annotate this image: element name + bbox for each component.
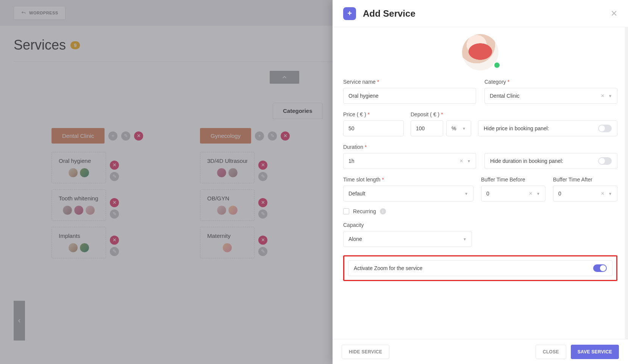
buffer-after-label: Buffer Time After (553, 177, 617, 183)
service-photo[interactable] (343, 34, 617, 70)
scrollbar[interactable] (625, 27, 628, 339)
timeslot-value: Default (348, 191, 365, 197)
zoom-highlight: Activate Zoom for the service (343, 255, 617, 281)
clear-icon[interactable]: ✕ (529, 191, 533, 196)
deposit-field: Deposit ( € ) * %▼ (411, 111, 471, 136)
duration-select[interactable]: 1h ✕▼ (343, 153, 476, 169)
hide-price-toggle[interactable] (598, 125, 612, 132)
zoom-toggle[interactable] (593, 264, 607, 272)
recurring-row: Recurring i (343, 208, 617, 214)
service-name-label: Service name * (343, 79, 476, 85)
capacity-value: Alone (348, 236, 362, 242)
add-service-panel: + Add Service ✕ Service name * Category … (333, 0, 628, 364)
price-field: Price ( € ) * (343, 111, 404, 136)
duration-field: Duration * 1h ✕▼ (343, 144, 476, 169)
buffer-before-select[interactable]: 0 ✕▼ (481, 186, 545, 202)
category-field: Category * Dental Clinic ✕▼ (484, 79, 617, 104)
panel-header: + Add Service ✕ (333, 0, 628, 27)
close-button[interactable]: CLOSE (536, 345, 566, 359)
close-icon[interactable]: ✕ (611, 9, 617, 19)
duration-label: Duration * (343, 144, 476, 150)
panel-body: Service name * Category * Dental Clinic … (333, 27, 628, 339)
service-name-input[interactable] (348, 88, 471, 103)
status-dot (493, 61, 501, 69)
duration-value: 1h (348, 158, 355, 164)
buffer-after-field: Buffer Time After 0 ✕▼ (553, 177, 617, 202)
timeslot-label: Time slot length * (343, 177, 473, 183)
hide-duration-field: . Hide duration in booking panel: (484, 144, 617, 169)
recurring-label: Recurring (353, 208, 376, 214)
timeslot-field: Time slot length * Default ▼ (343, 177, 473, 202)
panel-footer: HIDE SERVICE CLOSE SAVE SERVICE (333, 339, 628, 364)
category-label: Category * (484, 79, 617, 85)
clear-icon[interactable]: ✕ (459, 158, 463, 164)
plus-icon: + (343, 7, 356, 20)
zoom-label: Activate Zoom for the service (354, 265, 422, 271)
deposit-label: Deposit ( € ) * (411, 111, 471, 117)
hide-price-field: . Hide price in booking panel: (478, 111, 617, 136)
deposit-input[interactable] (416, 121, 438, 136)
clear-icon[interactable]: ✕ (601, 93, 605, 98)
price-input[interactable] (348, 121, 398, 136)
buffer-after-value: 0 (558, 191, 561, 197)
buffer-before-value: 0 (486, 191, 489, 197)
save-service-button[interactable]: SAVE SERVICE (571, 345, 619, 359)
timeslot-select[interactable]: Default ▼ (343, 186, 473, 202)
capacity-select[interactable]: Alone ▼ (343, 231, 472, 247)
hide-service-button[interactable]: HIDE SERVICE (342, 345, 389, 359)
price-label: Price ( € ) * (343, 111, 404, 117)
hide-duration-toggle[interactable] (598, 157, 612, 165)
clear-icon[interactable]: ✕ (601, 191, 605, 196)
hide-duration-label: Hide duration in booking panel: (490, 158, 563, 164)
buffer-after-select[interactable]: 0 ✕▼ (553, 186, 617, 202)
info-icon[interactable]: i (380, 208, 386, 214)
service-name-field: Service name * (343, 79, 476, 104)
panel-title: Add Service (363, 8, 416, 19)
category-value: Dental Clinic (490, 93, 520, 99)
recurring-checkbox[interactable] (343, 208, 349, 214)
hide-price-label: Hide price in booking panel: (484, 125, 549, 131)
category-select[interactable]: Dental Clinic ✕▼ (484, 88, 617, 104)
buffer-before-label: Buffer Time Before (481, 177, 545, 183)
deposit-unit-select[interactable]: %▼ (446, 120, 471, 136)
capacity-label: Capacity (343, 222, 617, 228)
buffer-before-field: Buffer Time Before 0 ✕▼ (481, 177, 545, 202)
